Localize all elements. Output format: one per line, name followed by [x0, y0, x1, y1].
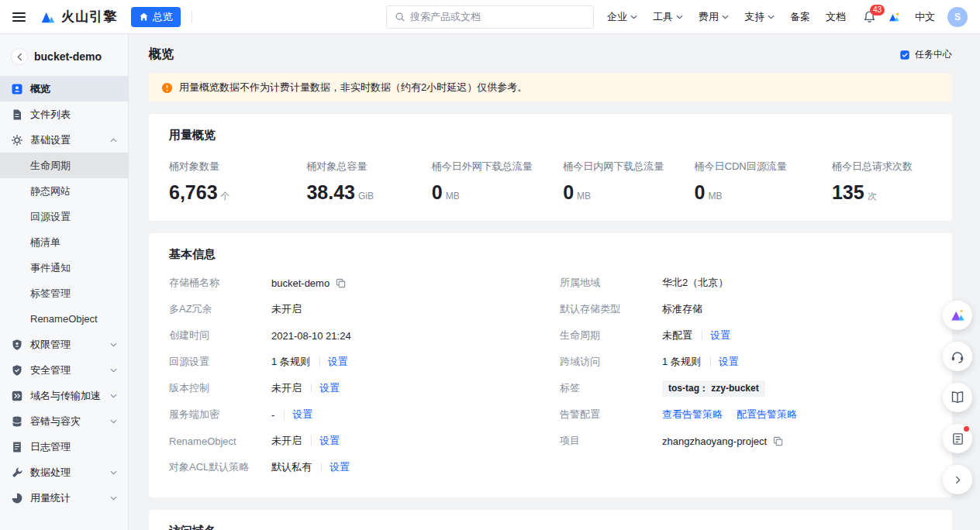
- activity-fab[interactable]: [943, 301, 972, 330]
- metric-unit: MB: [577, 191, 591, 201]
- sidebar-item-disaster-recovery[interactable]: 容错与容灾: [0, 408, 128, 434]
- sidebar-subitem-tag-management[interactable]: 标签管理: [0, 280, 128, 306]
- sidebar-item-data-processing[interactable]: 数据处理: [0, 459, 128, 485]
- info-label: 生命周期: [560, 329, 662, 342]
- metric-total-requests: 桶今日总请求次数 135次: [832, 160, 932, 204]
- sidebar-subitem-bucket-inventory[interactable]: 桶清单: [0, 229, 128, 255]
- metric-unit: GiB: [358, 191, 374, 201]
- settings-link[interactable]: 设置: [319, 381, 340, 395]
- nav-tools[interactable]: 工具: [653, 10, 683, 24]
- sidebar-subitem-label: 静态网站: [30, 184, 71, 198]
- sidebar-subitem-static-website[interactable]: 静态网站: [0, 178, 128, 204]
- console-overview-label: 总览: [153, 10, 173, 24]
- sidebar-item-overview[interactable]: 概览: [0, 76, 128, 102]
- info-row-cors: 跨域访问 1 条规则 设置: [560, 349, 932, 375]
- sidebar-subitem-label: 生命周期: [30, 159, 71, 173]
- survey-fab[interactable]: [943, 424, 972, 453]
- chevron-down-icon: [110, 470, 117, 475]
- task-center-button[interactable]: 任务中心: [899, 48, 952, 61]
- sidebar-subitem-origin-settings[interactable]: 回源设置: [0, 204, 128, 229]
- experience-center-button[interactable]: [887, 10, 901, 24]
- settings-link[interactable]: 设置: [719, 355, 739, 369]
- sidebar-item-domain-acceleration[interactable]: 域名与传输加速: [0, 383, 128, 408]
- collapse-fab[interactable]: [943, 465, 972, 494]
- log-icon: [11, 441, 23, 453]
- settings-link[interactable]: 设置: [330, 460, 350, 474]
- bucket-name: bucket-demo: [34, 50, 102, 63]
- divider: [702, 331, 702, 340]
- nav-label: 费用: [699, 10, 719, 24]
- settings-link[interactable]: 设置: [328, 355, 348, 369]
- view-alarm-policy-link[interactable]: 查看告警策略: [662, 408, 723, 422]
- main-content: 概览 任务中心 用量概览数据不作为计费计量数据，非实时数据（约有2小时延迟）仅供…: [129, 34, 980, 530]
- basic-info-left-column: 存储桶名称 bucket-demo 多AZ冗余 未开启 创建时间 2021-08…: [169, 270, 541, 480]
- copy-icon[interactable]: [336, 278, 346, 288]
- language-switch[interactable]: 中文: [915, 10, 935, 24]
- notifications-button[interactable]: 43: [863, 10, 876, 23]
- sidebar-subitem-label: 桶清单: [30, 236, 60, 250]
- back-button[interactable]: [11, 48, 28, 65]
- metric-value: 0: [695, 181, 706, 203]
- sidebar-subitem-label: 回源设置: [30, 210, 71, 224]
- copy-icon[interactable]: [773, 436, 783, 446]
- sidebar-item-label: 概览: [30, 82, 50, 96]
- volcengine-logo[interactable]: 火山引擎: [40, 8, 117, 26]
- usage-overview-card: 用量概览 桶对象数量 6,763个 桶对象总容量 38.43GiB 桶今日外网下…: [149, 114, 952, 221]
- task-center-label: 任务中心: [915, 48, 952, 61]
- sidebar-item-security[interactable]: 安全管理: [0, 357, 128, 383]
- chevron-down-icon: [110, 342, 117, 347]
- permission-shield-icon: [11, 339, 23, 351]
- info-value: 未开启: [271, 381, 302, 395]
- nav-support[interactable]: 支持: [744, 10, 775, 24]
- sidebar-item-permission[interactable]: 权限管理: [0, 332, 128, 357]
- nav-docs[interactable]: 文档: [826, 10, 846, 24]
- sidebar-item-label: 日志管理: [30, 440, 71, 454]
- basic-info-card: 基本信息 存储桶名称 bucket-demo 多AZ冗余 未开启 创建时间: [149, 233, 952, 497]
- docs-fab[interactable]: [943, 383, 972, 412]
- headset-icon: [950, 349, 965, 364]
- nav-icp[interactable]: 备案: [790, 10, 810, 24]
- settings-link[interactable]: 设置: [319, 434, 340, 448]
- mini-mountain-icon: [887, 10, 901, 24]
- nav-label: 企业: [607, 10, 627, 24]
- sidebar-subitem-label: 事件通知: [30, 261, 71, 275]
- avatar[interactable]: S: [947, 7, 968, 27]
- floating-toolbar: [943, 301, 972, 494]
- basic-info-title: 基本信息: [169, 247, 932, 262]
- info-row-created-time: 创建时间 2021-08-10 21:24: [169, 322, 541, 349]
- sidebar-item-file-list[interactable]: 文件列表: [0, 102, 128, 127]
- domain-acceleration-icon: [11, 390, 23, 402]
- hamburger-menu-icon[interactable]: [12, 12, 26, 22]
- usage-notice-banner: 用量概览数据不作为计费计量数据，非实时数据（约有2小时延迟）仅供参考。: [149, 74, 952, 102]
- info-label: 告警配置: [560, 408, 662, 422]
- metric-value: 0: [563, 181, 574, 203]
- sidebar-item-log-management[interactable]: 日志管理: [0, 434, 128, 459]
- banner-text: 用量概览数据不作为计费计量数据，非实时数据（约有2小时延迟）仅供参考。: [179, 81, 527, 95]
- configure-alarm-policy-link[interactable]: 配置告警策略: [737, 408, 797, 422]
- info-row-alarm-config: 告警配置 查看告警策略 配置告警策略: [560, 401, 932, 428]
- info-row-lifecycle: 生命周期 未配置 设置: [560, 322, 932, 349]
- sidebar-subitem-event-notification[interactable]: 事件通知: [0, 255, 128, 280]
- database-icon: [11, 415, 23, 428]
- sidebar-subitem-lifecycle[interactable]: 生命周期: [0, 153, 128, 178]
- settings-link[interactable]: 设置: [292, 408, 312, 422]
- sidebar-item-usage-stats[interactable]: 用量统计: [0, 485, 128, 511]
- survey-icon: [951, 432, 965, 446]
- activity-mountain-icon: [949, 307, 966, 324]
- sidebar-subitem-rename-object[interactable]: RenameObject: [0, 306, 128, 332]
- sidebar-item-basic-settings[interactable]: 基础设置: [0, 127, 128, 153]
- customer-support-fab[interactable]: [943, 342, 972, 371]
- nav-enterprise[interactable]: 企业: [607, 10, 637, 24]
- settings-link[interactable]: 设置: [710, 329, 730, 342]
- search-input[interactable]: [410, 11, 585, 22]
- divider: [319, 357, 320, 367]
- chevron-down-icon: [110, 419, 117, 424]
- gear-icon: [11, 134, 23, 146]
- chevron-down-icon: [722, 15, 729, 19]
- metric-value: 0: [432, 181, 443, 203]
- info-value: 1 条规则: [271, 355, 310, 369]
- console-overview-button[interactable]: 总览: [131, 7, 181, 27]
- nav-billing[interactable]: 费用: [699, 10, 729, 24]
- metric-external-download: 桶今日外网下载总流量 0MB: [432, 160, 563, 204]
- chevron-down-icon: [630, 15, 637, 19]
